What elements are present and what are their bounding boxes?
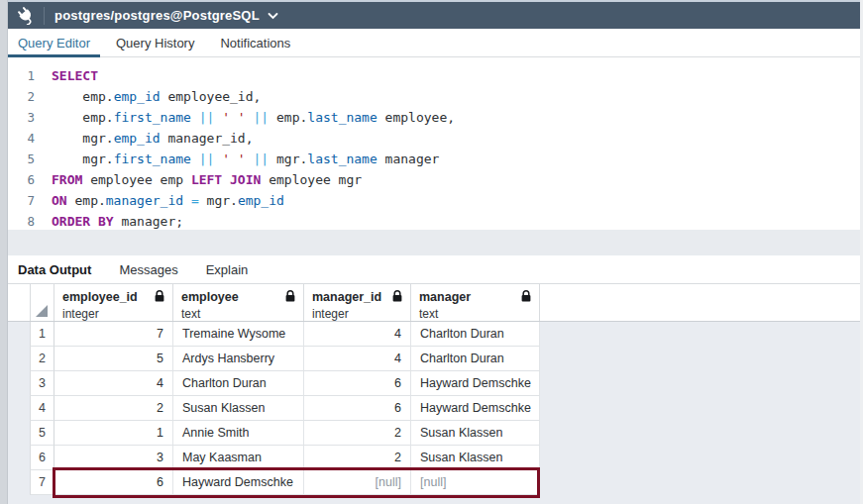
tab-query-editor[interactable]: Query Editor [8, 29, 100, 56]
column-name: manager [419, 290, 471, 304]
sql-token: manager_id, [161, 131, 254, 146]
result-cell-employee[interactable]: Annie Smith [173, 421, 304, 446]
sql-token: mgr. [52, 131, 114, 146]
result-cell-employee_id[interactable]: 5 [54, 347, 173, 371]
tab-explain-label: Explain [206, 262, 249, 277]
sql-token: || [254, 151, 270, 166]
column-type: text [419, 307, 531, 321]
table-row: 76Hayward Demschke[null][null] [30, 470, 863, 495]
result-cell-manager_id[interactable]: 4 [304, 347, 411, 371]
code-line[interactable]: ORDER BY manager; [52, 211, 455, 230]
column-type: integer [312, 307, 402, 321]
tab-explain[interactable]: Explain [196, 262, 259, 277]
sql-token: emp. [67, 193, 106, 208]
row-number[interactable]: 2 [30, 347, 54, 371]
code-line[interactable]: FROM employee emp LEFT JOIN employee mgr [52, 169, 455, 190]
code-line[interactable]: mgr.emp_id manager_id, [52, 128, 455, 149]
result-cell-employee_id[interactable]: 7 [54, 322, 173, 347]
sql-token: ORDER BY [52, 214, 114, 229]
result-cell-employee[interactable]: Ardys Hansberry [173, 347, 304, 371]
sql-token: emp_id [114, 131, 161, 146]
code-line[interactable]: mgr.first_name || ' ' || mgr.last_name m… [52, 149, 455, 169]
result-cell-manager[interactable]: Susan Klassen [411, 421, 540, 446]
code-line[interactable]: emp.first_name || ' ' || emp.last_name e… [52, 107, 455, 128]
sql-token: = [191, 193, 199, 208]
column-name: manager_id [312, 290, 381, 304]
result-cell-employee[interactable]: Tremaine Wysome [173, 322, 304, 347]
result-cell-manager_id[interactable]: 2 [304, 446, 411, 470]
tab-query-editor-label: Query Editor [18, 36, 90, 50]
lock-icon [521, 288, 531, 306]
sql-token: employee emp [82, 172, 191, 187]
sql-token: employee, [378, 110, 455, 125]
result-cell-manager_id[interactable]: [null] [304, 470, 411, 495]
result-cell-manager[interactable]: Hayward Demschke [411, 371, 540, 396]
sql-token: manager [378, 151, 440, 166]
result-cell-employee[interactable]: Hayward Demschke [173, 470, 304, 495]
result-cell-employee[interactable]: Susan Klassen [173, 396, 304, 421]
sql-token: emp_id [114, 89, 161, 104]
column-header-manager_id[interactable]: manager_idinteger [304, 284, 411, 321]
line-number: 2 [8, 86, 35, 107]
tab-data-output[interactable]: Data Output [8, 262, 101, 277]
sql-editor[interactable]: 12345678 SELECT emp.emp_id employee_id, … [8, 57, 860, 230]
result-cell-manager_id[interactable]: 6 [304, 371, 411, 396]
chevron-down-icon[interactable] [268, 12, 278, 20]
code-area[interactable]: SELECT emp.emp_id employee_id, emp.first… [48, 57, 455, 230]
result-cell-employee_id[interactable]: 6 [54, 470, 173, 495]
table-row: 51Annie Smith2Susan Klassen [30, 421, 863, 446]
sql-token: emp. [52, 89, 114, 104]
tab-messages[interactable]: Messages [109, 262, 187, 277]
tab-notifications[interactable]: Notifications [210, 29, 300, 56]
select-all-corner[interactable] [30, 284, 54, 321]
result-cell-manager[interactable]: [null] [411, 470, 540, 495]
lock-icon [285, 288, 295, 306]
line-number: 7 [8, 190, 35, 211]
sql-token [183, 193, 191, 208]
output-panel: Data Output Messages Explain employee_id… [8, 255, 863, 504]
row-number[interactable]: 7 [30, 470, 54, 495]
column-header-manager[interactable]: managertext [411, 284, 540, 321]
row-number[interactable]: 1 [30, 322, 54, 347]
column-type: integer [62, 307, 164, 321]
result-cell-manager[interactable]: Charlton Duran [411, 322, 540, 347]
sql-token: FROM [52, 172, 82, 187]
result-cell-employee[interactable]: Charlton Duran [173, 371, 304, 396]
column-header-employee_id[interactable]: employee_idinteger [54, 284, 173, 321]
sql-token: LEFT JOIN [191, 172, 261, 187]
result-cell-employee[interactable]: May Kaasman [173, 446, 304, 470]
column-type: text [181, 307, 295, 321]
code-line[interactable]: emp.emp_id employee_id, [52, 86, 455, 107]
code-line[interactable]: ON emp.manager_id = mgr.emp_id [52, 190, 455, 211]
row-number[interactable]: 6 [30, 446, 54, 470]
tab-query-history[interactable]: Query History [106, 29, 204, 56]
sql-token: manager; [114, 214, 183, 229]
result-cell-manager_id[interactable]: 2 [304, 421, 411, 446]
result-cell-employee_id[interactable]: 1 [54, 421, 173, 446]
column-name: employee [181, 290, 239, 304]
sql-token: || [254, 110, 270, 125]
row-number[interactable]: 4 [30, 396, 54, 421]
panel-splitter[interactable] [8, 230, 863, 255]
result-cell-manager[interactable]: Hayward Demschke [411, 396, 540, 421]
result-cell-manager[interactable]: Charlton Duran [411, 347, 540, 371]
sql-token: ' ' [222, 151, 245, 166]
row-number[interactable]: 5 [30, 421, 54, 446]
sql-token [191, 151, 199, 166]
result-cell-employee_id[interactable]: 2 [54, 396, 173, 421]
sql-token: last_name [307, 110, 377, 125]
result-cell-employee_id[interactable]: 3 [54, 446, 173, 470]
table-row: 63May Kaasman2Susan Klassen [30, 446, 863, 470]
row-number[interactable]: 3 [30, 371, 54, 396]
line-number-gutter: 12345678 [8, 57, 48, 230]
sql-token: first_name [114, 110, 191, 125]
output-tabs: Data Output Messages Explain [8, 255, 863, 283]
result-cell-manager[interactable]: Susan Klassen [411, 446, 540, 470]
code-line[interactable]: SELECT [52, 65, 455, 86]
table-row: 25Ardys Hansberry4Charlton Duran [30, 347, 863, 371]
result-cell-manager_id[interactable]: 4 [304, 322, 411, 347]
connection-label[interactable]: postgres/postgres@PostgreSQL [54, 8, 260, 23]
result-cell-manager_id[interactable]: 6 [304, 396, 411, 421]
column-header-employee[interactable]: employeetext [173, 284, 304, 321]
result-cell-employee_id[interactable]: 4 [54, 371, 173, 396]
